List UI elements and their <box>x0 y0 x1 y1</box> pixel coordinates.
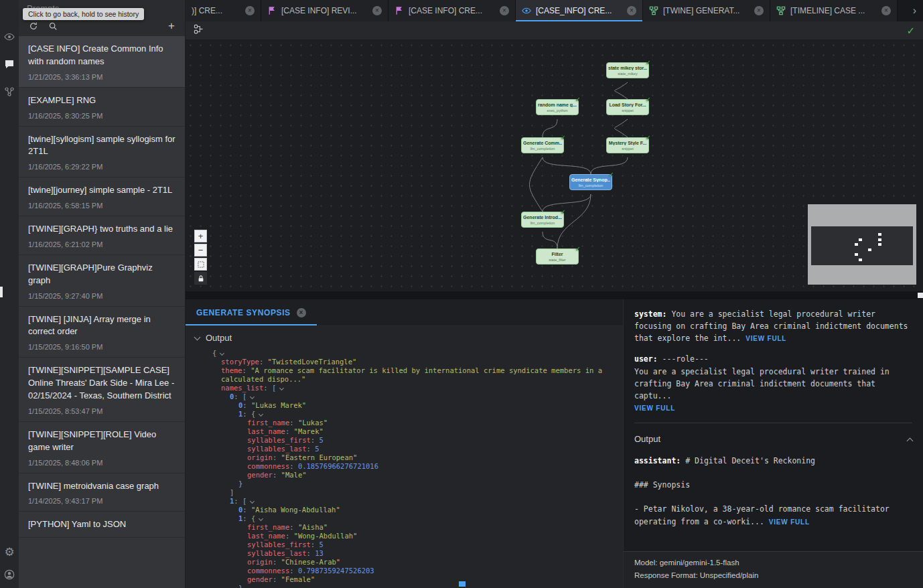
prompt-list-item[interactable]: [TWINE][GRAPH} two truths and a lie1/16/… <box>19 216 185 255</box>
json-value: "A romance scam facilitator is killed by… <box>221 366 606 383</box>
prompt-list-item[interactable]: [twine][journey] simple sample - 2T1L1/1… <box>19 177 185 216</box>
graph-icon <box>649 6 658 15</box>
editor-tab[interactable]: [TWINE] GENERAT...× <box>643 0 770 21</box>
tabs-overflow-chevron-icon[interactable]: › <box>906 0 923 21</box>
prompt-list-item[interactable]: [CASE INFO] Create Common Info with rand… <box>19 36 185 88</box>
prompt-list-item[interactable]: [TWINE][GRAPH]Pure Graphviz graph1/15/20… <box>19 255 185 307</box>
zoom-out-button[interactable]: − <box>194 244 207 256</box>
tab-close-icon[interactable]: × <box>372 6 382 15</box>
user-role-line: ---role--- <box>662 354 709 364</box>
node-title: Generate Introd... <box>523 215 562 220</box>
prompt-list-item[interactable]: [TWINE][SNIPPET][SAMPLE CASE] Online Thr… <box>19 358 185 422</box>
json-key: storyType <box>221 358 259 366</box>
output-section-header[interactable]: Output <box>186 326 623 348</box>
json-punct: { <box>212 349 216 357</box>
json-value: 0.18576966276721016 <box>298 462 378 470</box>
tab-label: [CASE_INFO] CRE... <box>536 6 622 15</box>
system-message: system: You are a specialist legal proce… <box>634 308 912 344</box>
prompt-list-item[interactable]: [TWINE][SNIPPET][ROLE] Video game writer… <box>19 422 185 473</box>
tab-close-icon[interactable]: × <box>627 6 636 15</box>
horizontal-scrollbar-thumb[interactable] <box>459 581 466 587</box>
assistant-label: assistant: <box>634 456 681 465</box>
collapse-chevron-icon[interactable] <box>259 516 263 521</box>
search-icon[interactable] <box>48 21 58 31</box>
minimap[interactable] <box>808 204 916 285</box>
graph-node[interactable]: Generate Synop...llm_completion✓ <box>569 174 612 190</box>
json-value: "Female" <box>281 575 315 583</box>
graph-node[interactable]: Mystery Style F...snippet✓ <box>606 137 649 153</box>
json-colon: : <box>242 401 251 409</box>
json-line: origin: "Eastern European" <box>212 453 614 462</box>
fit-view-button[interactable] <box>194 258 207 271</box>
editor-tab[interactable]: [TIMELINE] CASE ...× <box>770 0 898 21</box>
lock-button[interactable] <box>194 272 207 285</box>
prompt-list-item[interactable]: [PYTHON] Yaml to JSON <box>19 512 185 538</box>
collapse-chevron-icon[interactable] <box>250 394 255 399</box>
json-line: 0: [ <box>212 392 614 401</box>
prompt-list-item[interactable]: [EXAMPLE] RNG1/16/2025, 8:30:25 PM <box>19 88 185 127</box>
zoom-in-button[interactable]: + <box>194 230 207 242</box>
output-tab-label: GENERATE SYNOPSIS <box>196 308 291 317</box>
graph-node[interactable]: Generate Introd...llm_completion✓ <box>521 212 564 228</box>
json-key: commonness <box>247 567 289 575</box>
messages-panel: system: You are a specialist legal proce… <box>623 299 923 588</box>
prompt-title: [PYTHON] Yaml to JSON <box>28 518 175 531</box>
json-line: names_list: [ <box>212 384 614 392</box>
output-tab-close-icon[interactable]: × <box>297 308 306 317</box>
graph-node[interactable]: Load Story For...snippet✓ <box>606 99 649 115</box>
graph-canvas[interactable]: + − state mikey stor...state_mikey✓rando… <box>186 40 923 291</box>
prompt-list-item[interactable]: [twine][syllogism] sample syllogism for … <box>19 127 185 178</box>
user-view-full-link[interactable]: VIEW FULL <box>634 405 675 412</box>
account-icon[interactable] <box>4 569 15 580</box>
collapse-chevron-icon[interactable] <box>279 386 284 390</box>
workflow-icon[interactable] <box>194 24 204 37</box>
json-colon: : <box>307 549 315 557</box>
json-line: last_name: "Wong-Abdullah" <box>212 532 614 540</box>
editor-tab[interactable]: [CASE_INFO] CRE...× <box>516 0 643 21</box>
graph-node[interactable]: Generate Comm...llm_completion✓ <box>521 137 564 153</box>
settings-gear-icon[interactable]: ⚙ <box>4 546 15 558</box>
tab-label: [TIMELINE] CASE ... <box>790 6 877 15</box>
tab-close-icon[interactable]: × <box>754 6 764 15</box>
system-view-full-link[interactable]: VIEW FULL <box>746 335 786 342</box>
graph-node[interactable]: Filterstate_filter✓ <box>536 248 579 265</box>
flows-icon[interactable] <box>4 86 15 97</box>
prompt-list-item[interactable]: [TWINE] metroidvania case graph1/14/2025… <box>19 473 185 512</box>
tab-label: [CASE INFO] CRE... <box>409 6 495 15</box>
panel-splitter[interactable] <box>186 291 923 299</box>
add-prompt-button[interactable]: + <box>168 20 175 31</box>
collapse-chevron-icon[interactable] <box>250 499 255 504</box>
json-colon: : <box>289 523 298 531</box>
assistant-output-header[interactable]: Output <box>634 433 912 447</box>
graph-node[interactable]: state mikey stor...state_mikey✓ <box>606 62 649 78</box>
assistant-view-full-link[interactable]: VIEW FULL <box>769 518 810 526</box>
tab-close-icon[interactable]: × <box>881 6 891 15</box>
graph-node[interactable]: random name g...exec_python✓ <box>536 99 579 115</box>
editor-tab[interactable]: )] CRE...× <box>186 0 261 21</box>
json-punct: } <box>238 584 242 588</box>
json-line: last_name: "Marek" <box>212 427 614 436</box>
graph-edge <box>543 194 591 212</box>
collapse-chevron-icon[interactable] <box>259 412 263 417</box>
editor-tab[interactable]: [CASE INFO] REVI...× <box>261 0 388 21</box>
json-colon: : <box>273 558 281 566</box>
prompt-list-item[interactable]: [TWINE] [JINJA] Array merge in correct o… <box>19 307 185 358</box>
minimap-viewport[interactable] <box>811 226 913 265</box>
tab-close-icon[interactable]: × <box>500 6 509 15</box>
zoom-controls: + − <box>194 230 207 285</box>
json-colon: : <box>289 567 298 575</box>
prompt-timestamp: 1/15/2025, 8:53:47 PM <box>28 407 175 415</box>
sidebar-resize-handle[interactable] <box>0 287 3 297</box>
editor-tab[interactable]: [CASE INFO] CRE...× <box>388 0 516 21</box>
prompt-timestamp: 1/15/2025, 9:16:50 PM <box>28 343 175 351</box>
prompts-icon[interactable] <box>4 58 15 70</box>
view-eye-icon[interactable] <box>4 31 15 42</box>
output-tab[interactable]: GENERATE SYNOPSIS × <box>186 299 317 325</box>
prompt-title: [twine][journey] simple sample - 2T1L <box>28 184 175 197</box>
tab-close-icon[interactable]: × <box>245 6 255 15</box>
collapse-chevron-icon[interactable] <box>220 351 224 356</box>
node-subtitle: state_filter <box>538 258 577 262</box>
refresh-icon[interactable] <box>29 21 38 31</box>
splitter-handle[interactable] <box>918 293 923 298</box>
activity-rail: ⚙ <box>0 0 19 588</box>
